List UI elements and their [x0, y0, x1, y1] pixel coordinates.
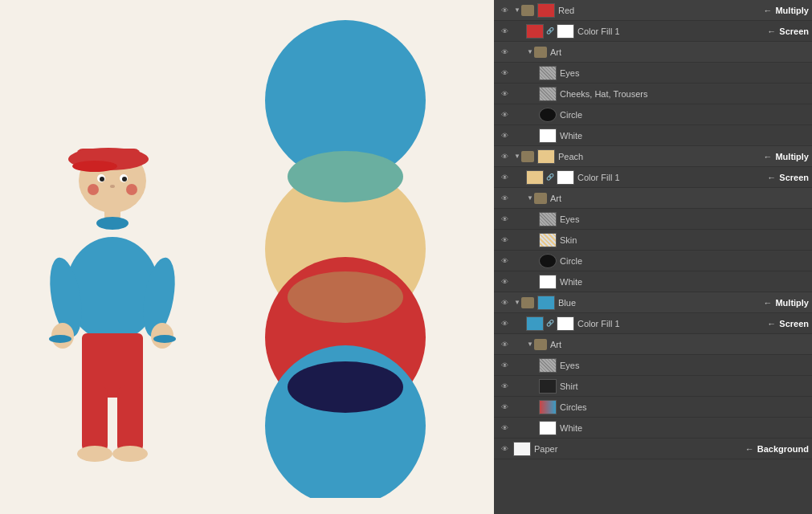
layer-thumb-peach-skin	[539, 233, 557, 247]
chevron-red-art-group[interactable]: ▼	[526, 48, 534, 56]
layer-row-peach-color-fill[interactable]: 🔗Color Fill 1←Screen	[494, 167, 812, 188]
layer-name-red-white: White	[560, 131, 809, 141]
layer-row-red-cheeks[interactable]: Cheeks, Hat, Trousers	[494, 84, 812, 104]
visibility-icon-peach-skin[interactable]	[497, 233, 512, 247]
visibility-icon-red-white[interactable]	[497, 128, 512, 143]
visibility-icon-peach-group[interactable]	[497, 149, 512, 164]
blend-annotation-paper-layer: ←Background	[745, 444, 812, 454]
double-thumb-blue-color-fill: 🔗	[526, 316, 574, 331]
layer-row-blue-art-group[interactable]: ▼Art	[494, 334, 812, 355]
layer-thumb-blue-white	[539, 421, 557, 435]
layer-name-peach-circle: Circle	[560, 256, 809, 266]
blend-annotation-red-color-fill: ←Screen	[767, 27, 812, 36]
layer-row-blue-eyes[interactable]: Eyes	[494, 355, 812, 376]
visibility-icon-paper-layer[interactable]	[497, 442, 512, 456]
layer-row-blue-group[interactable]: ▼Blue←Multiply	[494, 292, 812, 313]
blend-annotation-red-group: ←Multiply	[763, 6, 812, 15]
character-illustration	[32, 40, 193, 474]
group-swatch-peach-group	[537, 149, 555, 164]
double-thumb-red-color-fill: 🔗	[526, 24, 574, 39]
svg-point-9	[88, 184, 99, 195]
layer-name-peach-skin: Skin	[560, 235, 809, 245]
layer-row-peach-art-group[interactable]: ▼Art	[494, 188, 812, 209]
layer-row-red-circle[interactable]: Circle	[494, 104, 812, 125]
layer-thumb-peach-white	[539, 275, 557, 289]
layer-row-red-eyes[interactable]: Eyes	[494, 63, 812, 84]
layer-name-peach-art-group: Art	[550, 194, 809, 203]
layer-row-peach-white[interactable]: White	[494, 271, 812, 292]
double-thumb-peach-color-fill: 🔗	[526, 170, 574, 185]
visibility-icon-red-cheeks[interactable]	[497, 87, 512, 101]
visibility-icon-blue-group[interactable]	[497, 296, 512, 310]
svg-rect-19	[117, 386, 143, 454]
visibility-icon-blue-color-fill[interactable]	[497, 316, 512, 331]
svg-point-29	[288, 271, 403, 323]
folder-icon-peach-group	[521, 151, 534, 162]
visibility-icon-peach-eyes[interactable]	[497, 212, 512, 226]
layer-thumb-red-white	[539, 128, 557, 143]
svg-point-11	[110, 185, 115, 188]
layers-panel: ▼Red←Multiply🔗Color Fill 1←Screen▼ArtEye…	[494, 0, 812, 514]
layer-thumb-blue-eyes	[539, 358, 557, 373]
layer-name-blue-art-group: Art	[550, 340, 809, 349]
layer-thumb-red-eyes	[539, 66, 557, 80]
layer-row-blue-white[interactable]: White	[494, 418, 812, 439]
visibility-icon-blue-eyes[interactable]	[497, 358, 512, 373]
layer-row-paper-layer[interactable]: Paper←Background	[494, 439, 812, 459]
layer-row-red-white[interactable]: White	[494, 125, 812, 146]
chevron-peach-group[interactable]: ▼	[513, 153, 521, 161]
svg-point-8	[122, 177, 127, 182]
svg-point-31	[288, 361, 403, 413]
layer-name-blue-circles: Circles	[560, 402, 809, 412]
layer-thumb-peach-eyes	[539, 212, 557, 226]
svg-point-4	[72, 161, 117, 172]
chevron-peach-art-group[interactable]: ▼	[526, 194, 534, 202]
group-swatch-blue-group	[537, 296, 555, 310]
canvas-area	[0, 0, 494, 514]
visibility-icon-blue-shirt[interactable]	[497, 379, 512, 394]
layer-thumb-blue-shirt	[539, 379, 557, 394]
layer-name-peach-eyes: Eyes	[560, 214, 809, 224]
svg-point-24	[153, 335, 176, 343]
visibility-icon-blue-art-group[interactable]	[497, 337, 512, 352]
svg-point-10	[126, 184, 137, 195]
visibility-icon-peach-color-fill[interactable]	[497, 170, 512, 185]
chevron-blue-group[interactable]: ▼	[513, 299, 521, 307]
layer-row-blue-shirt[interactable]: Shirt	[494, 376, 812, 397]
visibility-icon-red-art-group[interactable]	[497, 45, 512, 59]
layer-thumb-paper-layer	[513, 442, 531, 456]
visibility-icon-peach-white[interactable]	[497, 275, 512, 289]
layer-row-red-art-group[interactable]: ▼Art	[494, 42, 812, 63]
chevron-blue-art-group[interactable]: ▼	[526, 341, 534, 349]
folder-icon-red-art-group	[534, 47, 547, 58]
layer-thumb-red-circle	[539, 108, 557, 122]
layer-row-peach-group[interactable]: ▼Peach←Multiply	[494, 146, 812, 167]
group-swatch-red-group	[537, 3, 555, 18]
visibility-icon-peach-art-group[interactable]	[497, 191, 512, 206]
visibility-icon-red-color-fill[interactable]	[497, 24, 512, 39]
visibility-icon-red-eyes[interactable]	[497, 66, 512, 80]
blend-annotation-peach-group: ←Multiply	[763, 152, 812, 161]
layer-row-peach-circle[interactable]: Circle	[494, 251, 812, 271]
circles-illustration	[225, 16, 466, 498]
layer-name-blue-shirt: Shirt	[560, 381, 809, 391]
layer-row-peach-skin[interactable]: Skin	[494, 230, 812, 251]
visibility-icon-blue-circles[interactable]	[497, 400, 512, 414]
visibility-icon-red-group[interactable]	[497, 3, 512, 18]
visibility-icon-red-circle[interactable]	[497, 108, 512, 122]
blend-annotation-peach-color-fill: ←Screen	[767, 173, 812, 182]
layer-name-blue-eyes: Eyes	[560, 361, 809, 370]
folder-icon-red-group	[521, 5, 534, 16]
layer-row-red-color-fill[interactable]: 🔗Color Fill 1←Screen	[494, 21, 812, 42]
blend-annotation-blue-group: ←Multiply	[763, 298, 812, 308]
svg-point-27	[288, 151, 403, 202]
layer-row-blue-circles[interactable]: Circles	[494, 397, 812, 418]
layer-row-red-group[interactable]: ▼Red←Multiply	[494, 0, 812, 21]
chevron-red-group[interactable]: ▼	[513, 6, 521, 14]
visibility-icon-blue-white[interactable]	[497, 421, 512, 435]
svg-point-7	[100, 177, 104, 182]
visibility-icon-peach-circle[interactable]	[497, 254, 512, 268]
layer-row-blue-color-fill[interactable]: 🔗Color Fill 1←Screen	[494, 313, 812, 334]
layer-row-peach-eyes[interactable]: Eyes	[494, 209, 812, 230]
svg-rect-18	[82, 386, 108, 454]
